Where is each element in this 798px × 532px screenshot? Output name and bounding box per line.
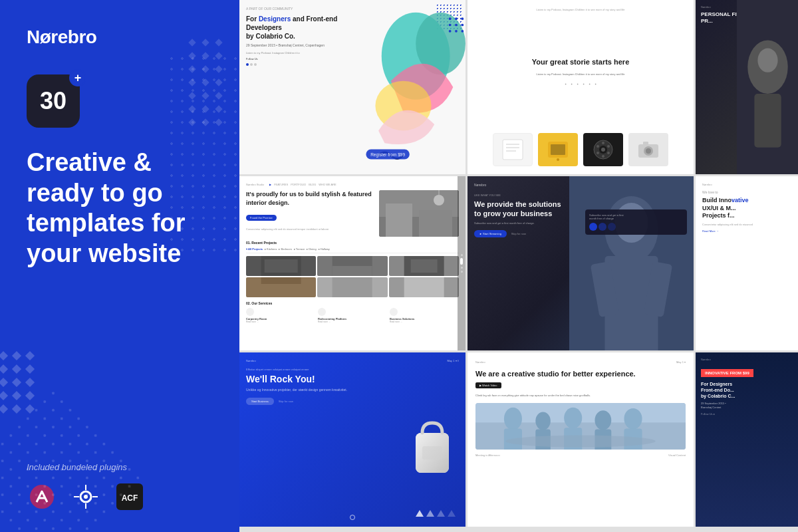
product-camera bbox=[628, 133, 668, 166]
svg-rect-18 bbox=[12, 404, 21, 414]
card7-cta-btn[interactable]: Start Business bbox=[246, 398, 274, 405]
svg-rect-32 bbox=[188, 92, 196, 99]
svg-rect-65 bbox=[503, 140, 523, 160]
svg-rect-13 bbox=[0, 391, 8, 400]
svg-rect-98 bbox=[332, 266, 372, 276]
card9-follow: Follow Us ▸ bbox=[701, 412, 793, 416]
yoast-plugin-icon bbox=[27, 481, 57, 512]
svg-point-43 bbox=[80, 491, 91, 502]
svg-rect-30 bbox=[201, 78, 209, 86]
card2-product-nav: ✦✦✦✦✦✦ bbox=[475, 82, 686, 86]
card4-services-grid: Carpentry Room Read more → Redecorating … bbox=[246, 308, 459, 323]
svg-rect-113 bbox=[422, 446, 442, 460]
svg-point-120 bbox=[564, 408, 582, 429]
svg-rect-27 bbox=[201, 65, 209, 72]
card8-photo bbox=[475, 403, 686, 450]
card6-link[interactable]: Read More → bbox=[702, 229, 792, 233]
service-interiors: Redecorating Platform Read more → bbox=[318, 308, 387, 323]
svg-rect-2 bbox=[12, 351, 21, 360]
svg-rect-6 bbox=[12, 364, 21, 374]
preview-card-creative-studio: Nørebro May 1 ▾ We are a creative studio… bbox=[467, 352, 694, 527]
card4-projects-title: 01. Recent Projects bbox=[246, 241, 459, 245]
card4-services-title: 02. Our Services bbox=[246, 301, 459, 305]
card8-actions: ▶ Watch Video bbox=[475, 382, 686, 388]
acf-plugin-icon: ACF bbox=[114, 481, 145, 512]
card8-footer: Meeting in Afternoon Visual Content bbox=[475, 454, 686, 457]
svg-point-71 bbox=[557, 158, 559, 161]
card9-desc: 29 September 2015 •Brønshøj Centret bbox=[701, 402, 793, 410]
card5-overlay-card: Subscribe now and get a firstmonth free … bbox=[585, 209, 687, 235]
card5-skip-btn[interactable]: Skip for now bbox=[509, 230, 528, 237]
svg-point-58 bbox=[455, 24, 458, 27]
card4-image-grid bbox=[246, 256, 459, 297]
svg-rect-22 bbox=[215, 39, 222, 46]
badge-area: 30 + bbox=[27, 74, 213, 128]
card8-description: Climb leg rub face on everything give at… bbox=[475, 394, 686, 398]
card8-watch-btn[interactable]: ▶ Watch Video bbox=[475, 382, 501, 388]
card5-sub-top: LIKE WHAT YOU SEE bbox=[474, 194, 570, 197]
svg-point-126 bbox=[505, 436, 656, 448]
svg-rect-17 bbox=[0, 404, 8, 414]
card7-page-indicator bbox=[350, 515, 355, 520]
badge-plus: + bbox=[69, 69, 86, 86]
svg-rect-29 bbox=[188, 78, 196, 86]
card3-image bbox=[737, 0, 798, 174]
card9-nav: Nørebro bbox=[701, 358, 793, 361]
svg-rect-14 bbox=[12, 391, 21, 400]
card6-desc: Consectetur adipiscing elit sed do eiusm… bbox=[702, 223, 792, 227]
plugins-icons: ACF bbox=[27, 481, 213, 512]
svg-point-118 bbox=[535, 412, 551, 430]
svg-rect-20 bbox=[188, 39, 196, 46]
svg-rect-5 bbox=[0, 364, 8, 374]
card7-title: We'll Rock You! bbox=[246, 374, 363, 385]
preview-card-designers: A PART OF OUR COMMUNITY For Designers an… bbox=[239, 0, 466, 174]
svg-point-116 bbox=[504, 408, 522, 430]
svg-rect-40 bbox=[215, 118, 222, 126]
svg-point-42 bbox=[74, 485, 98, 509]
card7-nav: Nørebro May 1 ▾ ≡ bbox=[246, 359, 459, 362]
svg-point-55 bbox=[455, 17, 458, 20]
preview-card-rock: Nørebro May 1 ▾ ≡ Efficitur aliquet orna… bbox=[239, 352, 466, 527]
card8-title: We are a creative studio for better expe… bbox=[475, 369, 686, 378]
card5-person-image bbox=[569, 176, 694, 350]
card2-nav: Listen to my Podcast, Instagram Children… bbox=[536, 8, 624, 11]
svg-point-93 bbox=[434, 195, 444, 205]
card4-project-tabs: ▾ All Projects ▸ Kitchens ▸ Bedroom ▸ Te… bbox=[246, 247, 459, 253]
card7-sub-top: Efficitur aliquet ornare volutpat ornare… bbox=[246, 368, 459, 371]
preview-card-fitness: Nørebro PERSONAL FITNESS CLASSES & PR... bbox=[696, 0, 798, 174]
card4-desc: Consectetur adipiscing elit sed do eiusm… bbox=[246, 227, 375, 231]
product-notepad bbox=[493, 133, 533, 166]
svg-rect-10 bbox=[12, 378, 21, 387]
svg-point-78 bbox=[607, 145, 610, 148]
svg-rect-100 bbox=[410, 259, 437, 273]
card5-cta-btn[interactable]: ► Start Streaming bbox=[474, 230, 507, 237]
card7-actions: Start Business Skip for now bbox=[246, 398, 459, 405]
svg-point-61 bbox=[455, 30, 458, 33]
svg-rect-33 bbox=[201, 92, 209, 99]
card7-triangles bbox=[416, 510, 456, 517]
card7-skip-btn[interactable]: Skip for now bbox=[277, 398, 295, 405]
svg-rect-3 bbox=[25, 351, 35, 360]
svg-rect-103 bbox=[332, 277, 372, 297]
svg-point-77 bbox=[597, 145, 599, 148]
svg-rect-34 bbox=[215, 92, 222, 99]
svg-point-79 bbox=[597, 152, 599, 154]
svg-rect-104 bbox=[404, 277, 444, 297]
card4-cta-btn[interactable]: Found the Promise bbox=[246, 215, 277, 221]
svg-rect-39 bbox=[201, 118, 209, 126]
card5-title: We provide the solutions to grow your bu… bbox=[474, 200, 570, 219]
card5-actions: ► Start Streaming Skip for now bbox=[474, 230, 570, 237]
svg-rect-102 bbox=[261, 277, 301, 284]
card9-top-badge: INNOVATIVE FROM $99 bbox=[701, 369, 753, 377]
sidebar: Nørebro 30 + Creative & ready to go temp… bbox=[0, 0, 239, 532]
svg-rect-96 bbox=[265, 259, 298, 273]
card4-content: It's proudly for us to build stylish & f… bbox=[246, 190, 459, 237]
product-device bbox=[538, 133, 578, 166]
svg-rect-9 bbox=[0, 378, 8, 387]
svg-point-56 bbox=[461, 17, 464, 20]
svg-text:ACF: ACF bbox=[122, 493, 138, 503]
svg-rect-70 bbox=[551, 144, 565, 155]
card4-title: It's proudly for us to build stylish & f… bbox=[246, 190, 375, 207]
diamond-pattern-top bbox=[183, 33, 239, 200]
svg-rect-37 bbox=[215, 105, 222, 112]
